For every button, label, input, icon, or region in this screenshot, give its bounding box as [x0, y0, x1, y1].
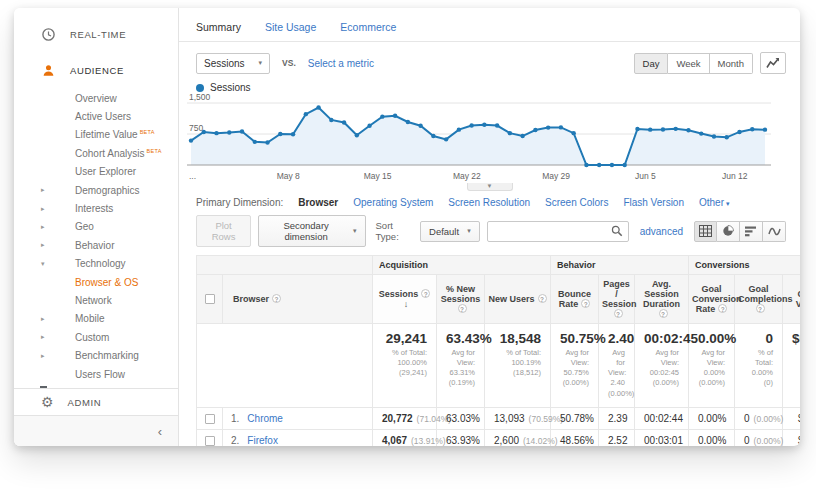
data-point[interactable] — [367, 124, 371, 128]
data-point[interactable] — [546, 125, 550, 129]
dimension-option-screen-colors[interactable]: Screen Colors — [545, 197, 608, 208]
row-checkbox[interactable] — [205, 436, 215, 446]
percentage-view-button[interactable] — [717, 221, 740, 242]
data-point[interactable] — [189, 138, 193, 142]
sidebar-item-users-flow[interactable]: Users Flow — [14, 365, 178, 383]
data-point[interactable] — [750, 127, 754, 131]
help-icon[interactable]: ? — [581, 299, 590, 308]
data-point[interactable] — [495, 123, 499, 127]
search-icon[interactable] — [606, 222, 628, 241]
help-icon[interactable]: ? — [458, 304, 467, 313]
data-point[interactable] — [469, 123, 473, 127]
sidebar-item-realtime[interactable]: REAL-TIME — [14, 19, 178, 49]
select-metric-link[interactable]: Select a metric — [308, 58, 374, 69]
column-header-goal-conversion-rate[interactable]: Goal Conversion Rate? — [689, 275, 735, 324]
sidebar-item-active-users[interactable]: Active Users — [14, 107, 178, 125]
data-point[interactable] — [444, 137, 448, 141]
column-header-sessions[interactable]: Sessions?↓ — [373, 275, 437, 324]
data-point[interactable] — [457, 127, 461, 131]
data-point[interactable] — [699, 131, 703, 135]
search-input[interactable] — [488, 223, 606, 240]
dimension-option-flash-version[interactable]: Flash Version — [623, 197, 684, 208]
sidebar-item-custom[interactable]: ▸Custom — [14, 328, 178, 346]
tab-summary[interactable]: Summary — [196, 21, 241, 33]
sidebar-item-audience[interactable]: AUDIENCE — [14, 55, 178, 85]
data-point[interactable] — [559, 125, 563, 129]
data-point[interactable] — [622, 163, 626, 167]
data-point[interactable] — [508, 131, 512, 135]
sort-type-dropdown[interactable]: Default ▾ — [420, 221, 480, 242]
granularity-week[interactable]: Week — [668, 53, 709, 74]
data-point[interactable] — [265, 140, 269, 144]
data-point[interactable] — [316, 105, 320, 109]
sidebar-item-mobile[interactable]: ▸Mobile — [14, 310, 178, 328]
granularity-day[interactable]: Day — [634, 53, 669, 74]
data-point[interactable] — [342, 120, 346, 124]
help-icon[interactable]: ? — [756, 304, 765, 313]
help-icon[interactable]: ? — [272, 294, 281, 303]
sidebar-item-cohort-analysis[interactable]: Cohort AnalysisBETA — [14, 144, 178, 162]
data-point[interactable] — [393, 114, 397, 118]
help-icon[interactable]: ? — [659, 309, 668, 318]
sidebar-item-admin[interactable]: ⚙ ADMIN — [14, 389, 178, 415]
column-header-new-sessions[interactable]: % New Sessions? — [437, 275, 485, 324]
data-point[interactable] — [635, 127, 639, 131]
comparison-view-button[interactable] — [763, 221, 786, 242]
sidebar-item-technology[interactable]: ▾Technology — [14, 255, 178, 273]
secondary-dimension-dropdown[interactable]: Secondary dimension ▾ — [258, 215, 365, 247]
sidebar-item-interests[interactable]: ▸Interests — [14, 199, 178, 217]
dimension-option-other[interactable]: Other ▾ — [699, 197, 729, 208]
column-header-new-users[interactable]: New Users? — [485, 275, 551, 324]
dimension-option-screen-resolution[interactable]: Screen Resolution — [448, 197, 530, 208]
tab-site-usage[interactable]: Site Usage — [265, 21, 316, 33]
sidebar-item-behavior[interactable]: ▸Behavior — [14, 236, 178, 254]
granularity-month[interactable]: Month — [710, 53, 753, 74]
help-icon[interactable]: ? — [718, 304, 727, 313]
column-header-bounce-rate[interactable]: Bounce Rate? — [551, 275, 599, 324]
data-point[interactable] — [533, 128, 537, 132]
data-point[interactable] — [674, 127, 678, 131]
advanced-link[interactable]: advanced — [640, 226, 683, 237]
metric-dropdown[interactable]: Sessions ▾ — [196, 53, 270, 74]
sidebar-item-browser-os[interactable]: Browser & OS — [14, 273, 178, 291]
data-point[interactable] — [253, 140, 257, 144]
browser-link[interactable]: Chrome — [247, 413, 283, 424]
data-point[interactable] — [329, 118, 333, 122]
data-point[interactable] — [418, 124, 422, 128]
data-point[interactable] — [355, 133, 359, 137]
sidebar-item-user-explorer[interactable]: User Explorer — [14, 163, 178, 181]
data-point[interactable] — [610, 163, 614, 167]
column-header-browser[interactable]: Browser? — [223, 275, 373, 324]
column-header-pages-session[interactable]: Pages / Session? — [599, 275, 635, 324]
data-point[interactable] — [520, 134, 524, 138]
help-icon[interactable]: ? — [538, 294, 547, 303]
sidebar-item-overview[interactable]: Overview — [14, 89, 178, 107]
collapse-chart-button[interactable]: ▼ — [467, 183, 513, 191]
data-point[interactable] — [406, 120, 410, 124]
column-header-avg-session-duration[interactable]: Avg. Session Duration? — [635, 275, 689, 324]
plot-rows-button[interactable]: Plot Rows — [196, 215, 251, 247]
data-point[interactable] — [431, 134, 435, 138]
data-point[interactable] — [214, 131, 218, 135]
data-point[interactable] — [686, 128, 690, 132]
dimension-option-operating-system[interactable]: Operating System — [353, 197, 433, 208]
data-point[interactable] — [240, 129, 244, 133]
data-point[interactable] — [584, 163, 588, 167]
help-icon[interactable]: ? — [614, 309, 623, 318]
data-point[interactable] — [291, 132, 295, 136]
data-point[interactable] — [661, 127, 665, 131]
data-point[interactable] — [278, 132, 282, 136]
browser-link[interactable]: Firefox — [247, 435, 278, 446]
chart-style-button[interactable] — [760, 52, 786, 74]
column-header-goal-completions[interactable]: Goal Completions? — [735, 275, 783, 324]
data-point[interactable] — [712, 134, 716, 138]
row-checkbox[interactable] — [205, 414, 215, 424]
data-point[interactable] — [737, 130, 741, 134]
data-point[interactable] — [597, 163, 601, 167]
data-point[interactable] — [380, 114, 384, 118]
select-all-checkbox[interactable] — [205, 294, 215, 304]
sidebar-item-network[interactable]: Network — [14, 291, 178, 309]
data-point[interactable] — [482, 123, 486, 127]
performance-view-button[interactable] — [740, 221, 763, 242]
tab-ecommerce[interactable]: Ecommerce — [340, 21, 396, 33]
